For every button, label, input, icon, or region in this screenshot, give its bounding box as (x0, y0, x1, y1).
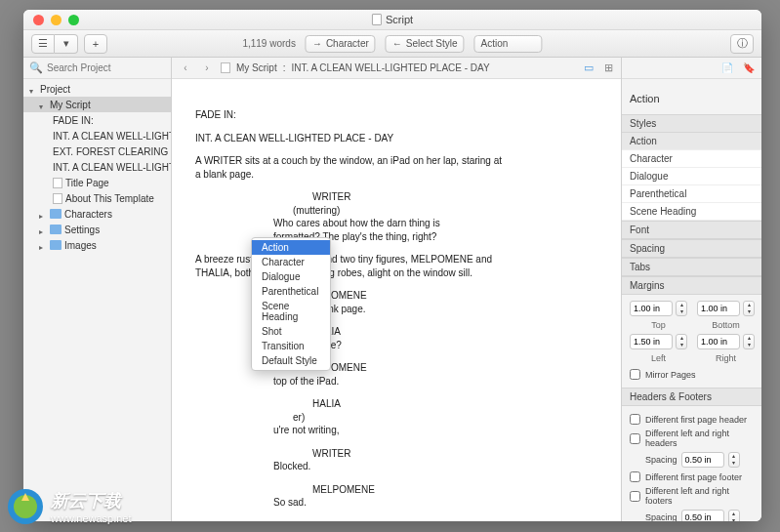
context-menu-item[interactable]: Scene Heading (252, 299, 330, 324)
context-menu-item[interactable]: Parenthetical (252, 284, 330, 299)
tree-doc[interactable]: Title Page (23, 175, 171, 190)
inspector-panel: 📄 🔖 Action Styles Action Character Dialo… (621, 58, 761, 521)
styles-section-header[interactable]: Styles (622, 114, 761, 133)
nav-back-button[interactable]: ‹ (178, 61, 193, 76)
margin-right-input[interactable] (697, 334, 740, 349)
disclosure-icon[interactable] (39, 101, 47, 108)
spacing-section-header[interactable]: Spacing (622, 239, 761, 258)
sp-scene-heading: INT. A CLEAN WELL-LIGHTED PLACE - DAY (195, 132, 508, 145)
watermark-cn: 新云下载 (51, 489, 132, 512)
style-item[interactable]: Action (622, 133, 761, 150)
document-icon (372, 14, 382, 25)
watermark-text: 新云下载 www.newasp.net (51, 489, 132, 524)
tree-folder[interactable]: Images (23, 237, 171, 253)
tree-doc[interactable]: EXT. FOREST CLEARING - DAY (23, 143, 171, 159)
context-menu-item[interactable]: Default Style (252, 353, 330, 368)
bookmarks-tab-icon[interactable]: 🔖 (742, 61, 756, 75)
sp-action: A breeze rustles the curtains and two ti… (195, 253, 508, 279)
context-menu-item[interactable]: Shot (252, 324, 330, 339)
header-spacing-input[interactable] (681, 452, 724, 468)
breadcrumb-scene[interactable]: INT. A CLEAN WELL-LIGHTED PLACE - DAY (291, 62, 489, 73)
style-item[interactable]: Scene Heading (622, 203, 761, 221)
context-menu-item[interactable]: Transition (252, 339, 330, 353)
diff-first-header-checkbox[interactable] (630, 414, 640, 425)
footer-spacing-input[interactable] (681, 510, 724, 521)
stepper-buttons[interactable]: ▴▾ (743, 301, 755, 316)
margin-top-stepper[interactable]: ▴▾ (630, 301, 687, 316)
inspector-title: Action (622, 79, 761, 114)
disclosure-icon[interactable] (39, 225, 47, 233)
tree-folder[interactable]: Settings (23, 222, 171, 237)
inspector-tabs: 📄 🔖 (622, 58, 761, 79)
folder-icon (50, 240, 62, 250)
split-view-icon[interactable]: ⊞ (601, 61, 615, 75)
watermark-url: www.newasp.net (51, 512, 132, 524)
notes-tab-icon[interactable]: 📄 (720, 61, 734, 75)
diff-first-footer-checkbox[interactable] (630, 471, 640, 482)
index-card-icon[interactable]: ▭ (582, 61, 595, 75)
tree-doc[interactable]: About This Template (23, 190, 171, 206)
sp-dialogue: u're not writing, (273, 424, 469, 437)
diff-lr-header-checkbox[interactable] (630, 433, 640, 444)
element-selector[interactable]: Action (474, 35, 543, 53)
add-button[interactable]: + (84, 34, 107, 54)
tree-folder[interactable]: Characters (23, 206, 171, 222)
tree-doc[interactable]: INT. A CLEAN WELL-LIGHT… (23, 159, 171, 175)
search-row: 🔍 (23, 58, 171, 79)
style-item[interactable]: Character (622, 150, 761, 168)
maximize-button[interactable] (68, 15, 79, 25)
diff-lr-footer-checkbox[interactable] (630, 491, 640, 502)
disclosure-icon[interactable] (39, 210, 47, 218)
disclosure-icon[interactable] (29, 85, 37, 93)
context-menu-item[interactable]: Character (252, 255, 330, 269)
margin-right-stepper[interactable]: ▴▾ (697, 334, 755, 349)
disclosure-icon[interactable] (39, 241, 47, 249)
binder-tree: Project My Script FADE IN: INT. A CLEAN … (23, 79, 171, 521)
stepper-buttons[interactable]: ▴▾ (728, 510, 740, 521)
nav-forward-button[interactable]: › (199, 61, 215, 76)
watermark: 新云下载 www.newasp.net (6, 487, 132, 526)
element-context-menu: Action Character Dialogue Parenthetical … (251, 237, 331, 371)
margin-bottom-input[interactable] (697, 301, 740, 316)
margin-left-stepper[interactable]: ▴▾ (630, 334, 687, 349)
sidebar-toggle-button[interactable]: ☰ (31, 34, 55, 54)
margins-section-header[interactable]: Margins (622, 276, 761, 295)
context-menu-item[interactable]: Action (252, 240, 330, 255)
sp-character: ELPOMENE (312, 289, 597, 303)
stepper-buttons[interactable]: ▴▾ (728, 452, 740, 468)
minimize-button[interactable] (51, 15, 62, 25)
stepper-buttons[interactable]: ▴▾ (676, 301, 687, 316)
tree-doc[interactable]: FADE IN: (23, 112, 171, 128)
stepper-buttons[interactable]: ▴▾ (676, 334, 687, 349)
margin-bottom-label: Bottom (697, 320, 755, 330)
tabs-section-header[interactable]: Tabs (622, 258, 761, 276)
tree-root[interactable]: Project (23, 81, 171, 97)
headers-footers-section-header[interactable]: Headers & Footers (622, 388, 761, 406)
margin-bottom-stepper[interactable]: ▴▾ (697, 301, 755, 316)
section-selector[interactable]: →Character (306, 35, 376, 53)
mirror-pages-checkbox[interactable] (630, 369, 640, 380)
margin-top-input[interactable] (630, 301, 673, 316)
stepper-buttons[interactable]: ▴▾ (743, 334, 755, 349)
close-button[interactable] (33, 15, 44, 25)
sp-dialogue: Blocked. (273, 460, 469, 473)
margins-content: ▴▾ ▴▾ Top Bottom ▴▾ ▴▾ Left Right Mirror… (622, 295, 761, 388)
context-menu-item[interactable]: Dialogue (252, 269, 330, 284)
editor-page[interactable]: FADE IN: INT. A CLEAN WELL-LIGHTED PLACE… (172, 79, 621, 521)
folder-icon (50, 209, 62, 219)
font-section-header[interactable]: Font (622, 221, 761, 239)
layout-button[interactable]: ▾ (55, 34, 78, 54)
breadcrumb-doc[interactable]: My Script (236, 62, 277, 73)
style-item[interactable]: Parenthetical (622, 185, 761, 203)
sp-character: MELPOMENE (312, 483, 597, 497)
breadcrumb-sep: : (283, 62, 286, 73)
tree-folder[interactable]: My Script (23, 97, 171, 112)
style-selector[interactable]: ←Select Style (386, 35, 465, 53)
search-input[interactable] (47, 62, 171, 73)
margin-left-input[interactable] (630, 334, 673, 349)
sp-character: THALIA (312, 519, 597, 522)
tree-label: Project (40, 84, 70, 95)
info-button[interactable]: ⓘ (730, 34, 754, 54)
style-item[interactable]: Dialogue (622, 168, 761, 185)
tree-doc[interactable]: INT. A CLEAN WELL-LIGHT… (23, 128, 171, 143)
